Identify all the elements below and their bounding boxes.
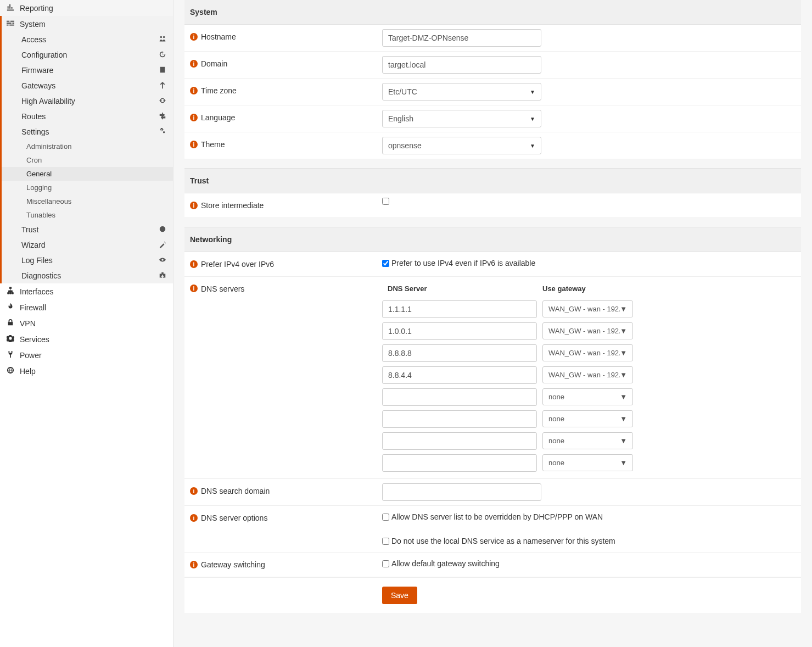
dns-server-input[interactable] <box>382 388 537 406</box>
dns-opt1-label: Allow DNS server list to be overridden b… <box>391 512 603 521</box>
nav-system-wizard[interactable]: Wizard <box>0 237 173 253</box>
nav-firewall[interactable]: Firewall <box>0 299 173 315</box>
nav-settings-cron[interactable]: Cron <box>0 153 173 167</box>
dns-row: WAN_GW - wan - 192.168.▼ <box>382 342 639 364</box>
info-icon[interactable]: i <box>190 487 198 495</box>
prefer-ipv4-checkbox[interactable] <box>382 260 389 267</box>
dns-server-input[interactable] <box>382 344 537 362</box>
history-icon <box>159 51 166 60</box>
nav-settings-logging[interactable]: Logging <box>0 181 173 194</box>
nav-system-log-files[interactable]: Log Files <box>0 253 173 268</box>
dns-server-input[interactable] <box>382 410 537 428</box>
nav-system-routes[interactable]: Routes <box>0 109 173 124</box>
cogs-icon <box>159 127 166 137</box>
medkit-icon <box>159 271 166 281</box>
info-icon[interactable]: i <box>190 33 198 41</box>
nav-reporting[interactable]: Reporting <box>0 0 173 16</box>
dns-gateway-select[interactable]: WAN_GW - wan - 192.168.▼ <box>542 344 633 361</box>
info-icon[interactable]: i <box>190 285 198 292</box>
row-hostname: i Hostname <box>184 25 801 52</box>
dns-search-domain-input[interactable] <box>382 483 541 501</box>
chevron-down-icon: ▼ <box>620 415 627 423</box>
dns-gateway-select[interactable]: none▼ <box>542 410 633 427</box>
nav-settings-administration[interactable]: Administration <box>0 140 173 153</box>
dns-row: WAN_GW - wan - 192.168.▼ <box>382 320 639 342</box>
dns-gateway-select[interactable]: WAN_GW - wan - 192.168.▼ <box>542 322 633 339</box>
row-dns-server-options-2: Do not use the local DNS service as a na… <box>184 530 801 553</box>
nav-power[interactable]: Power <box>0 347 173 363</box>
nav-settings-general[interactable]: General <box>0 167 173 181</box>
dns-col-server: DNS Server <box>382 281 542 298</box>
info-icon[interactable]: i <box>190 514 198 522</box>
dns-row: none▼ <box>382 386 639 408</box>
dns-no-local-checkbox[interactable] <box>382 538 389 545</box>
save-button[interactable]: Save <box>382 587 417 604</box>
nav-system-high-availability[interactable]: High Availability <box>0 93 173 109</box>
timezone-select[interactable]: Etc/UTC ▼ <box>382 83 541 101</box>
nav-label: Configuration <box>21 51 67 59</box>
section-system-header: System <box>184 0 801 25</box>
language-select[interactable]: English ▼ <box>382 110 541 127</box>
domain-input[interactable] <box>382 56 541 74</box>
dns-gateway-select[interactable]: none▼ <box>542 454 633 471</box>
theme-select[interactable]: opnsense ▼ <box>382 137 541 154</box>
chevron-down-icon: ▼ <box>620 349 627 357</box>
dns-row: none▼ <box>382 408 639 430</box>
nav-settings-miscellaneous[interactable]: Miscellaneous <box>0 194 173 208</box>
dns-servers-label: DNS servers <box>201 285 244 293</box>
dns-server-input[interactable] <box>382 432 537 450</box>
timezone-label: Time zone <box>201 86 237 95</box>
dns-gateway-select[interactable]: none▼ <box>542 388 633 405</box>
row-language: i Language English ▼ <box>184 105 801 132</box>
dns-gateway-select[interactable]: none▼ <box>542 432 633 449</box>
nav-label: Gateways <box>21 81 55 90</box>
info-icon[interactable]: i <box>190 60 198 68</box>
nav-label: Routes <box>21 112 46 121</box>
row-dns-servers: i DNS servers DNS Server Use gateway WAN… <box>184 277 801 479</box>
info-icon[interactable]: i <box>190 141 198 148</box>
users-icon <box>159 35 166 44</box>
dns-gateway-select[interactable]: WAN_GW - wan - 192.168.▼ <box>542 366 633 383</box>
nav-label: Log Files <box>21 256 53 265</box>
dns-server-input[interactable] <box>382 322 537 340</box>
chevron-down-icon: ▼ <box>620 371 627 379</box>
nav-system[interactable]: System <box>0 16 173 32</box>
domain-label: Domain <box>201 59 227 68</box>
info-icon[interactable]: i <box>190 561 198 568</box>
nav-label: High Availability <box>21 97 75 105</box>
nav-label: Trust <box>21 225 38 234</box>
nav-system-settings[interactable]: Settings <box>0 124 173 140</box>
nav-label: Access <box>21 35 46 44</box>
dns-server-input[interactable] <box>382 366 537 384</box>
dns-gateway-select[interactable]: WAN_GW - wan - 192.168.▼ <box>542 300 633 317</box>
globe-icon <box>5 366 15 376</box>
dns-server-input[interactable] <box>382 300 537 318</box>
chevron-down-icon: ▼ <box>530 89 535 95</box>
nav-system-access[interactable]: Access <box>0 32 173 47</box>
info-icon[interactable]: i <box>190 114 198 121</box>
nav-label: Tunables <box>26 211 55 219</box>
chevron-down-icon: ▼ <box>530 143 535 149</box>
nav-system-diagnostics[interactable]: Diagnostics <box>0 268 173 283</box>
nav-interfaces[interactable]: Interfaces <box>0 283 173 299</box>
info-icon[interactable]: i <box>190 202 198 209</box>
language-label: Language <box>201 113 235 122</box>
dns-server-input[interactable] <box>382 454 537 472</box>
nav-label: VPN <box>20 319 36 328</box>
nav-system-firmware[interactable]: Firmware <box>0 63 173 78</box>
gateway-switching-checkbox[interactable] <box>382 560 389 567</box>
nav-system-configuration[interactable]: Configuration <box>0 47 173 63</box>
info-icon[interactable]: i <box>190 87 198 94</box>
hostname-input[interactable] <box>382 29 541 47</box>
nav-system-trust[interactable]: Trust <box>0 222 173 237</box>
nav-system-gateways[interactable]: Gateways <box>0 78 173 93</box>
nav-vpn[interactable]: VPN <box>0 315 173 331</box>
nav-services[interactable]: Services <box>0 331 173 347</box>
store-intermediate-checkbox[interactable] <box>382 198 389 205</box>
info-icon[interactable]: i <box>190 260 198 268</box>
row-prefer-ipv4: i Prefer IPv4 over IPv6 Prefer to use IP… <box>184 252 801 277</box>
nav-help[interactable]: Help <box>0 363 173 379</box>
nav-settings-tunables[interactable]: Tunables <box>0 208 173 222</box>
dns-row: none▼ <box>382 452 639 474</box>
dns-allow-override-checkbox[interactable] <box>382 514 389 521</box>
